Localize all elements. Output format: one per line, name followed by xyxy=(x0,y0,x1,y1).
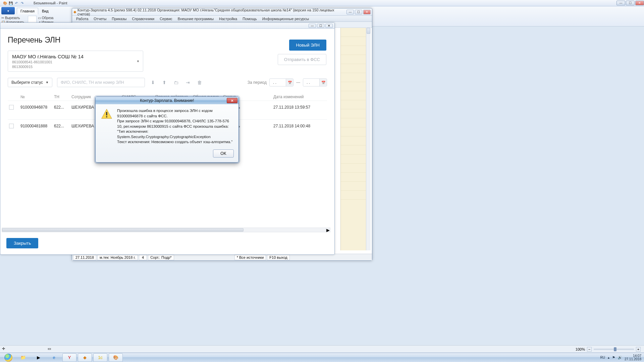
undo-icon[interactable]: ↶ xyxy=(14,1,19,5)
eln-maximize-button[interactable]: ☐ xyxy=(317,24,324,28)
eln-minimize-button[interactable]: — xyxy=(309,24,316,28)
status-sources: * Все источники xyxy=(234,255,266,260)
eln-close-button[interactable]: Закрыть xyxy=(6,238,38,248)
tray-flag-icon[interactable]: ▴ xyxy=(608,356,609,359)
chevron-down-icon: ▼ xyxy=(137,60,140,63)
calendar-icon[interactable]: 📅 xyxy=(319,79,327,86)
cell-tn: 622... xyxy=(54,124,71,134)
taskbar-1c[interactable]: 1c xyxy=(93,353,107,362)
save-icon[interactable]: 💾 xyxy=(8,1,13,5)
kontur-close-button[interactable]: ✕ xyxy=(363,10,371,14)
taskbar-paint[interactable]: 🎨 xyxy=(109,353,123,362)
col-tn[interactable]: ТН xyxy=(54,95,71,99)
eln-titlebar: — ☐ ✕ xyxy=(0,23,334,29)
col-changed[interactable]: Дата изменений xyxy=(273,95,320,99)
kontur-app-icon: ◆ xyxy=(73,10,76,14)
menu-orders[interactable]: Приказы xyxy=(109,16,129,21)
eln-horizontal-scrollbar[interactable]: ▶ xyxy=(2,228,330,232)
cell-no: 910000946878 xyxy=(20,105,54,115)
download-icon[interactable]: ⬇ xyxy=(150,78,156,86)
row-checkbox[interactable] xyxy=(9,124,14,128)
import-icon[interactable]: ⇥ xyxy=(184,78,191,86)
right-scrollbar[interactable] xyxy=(366,28,371,250)
status-sort: Сорт.: Подр* xyxy=(148,255,174,260)
selection-size-icon: ▭ xyxy=(48,347,53,352)
paint-file-button[interactable]: ▾ xyxy=(1,7,15,14)
start-button[interactable] xyxy=(1,353,15,362)
quick-access-toolbar: 🎨 💾 ↶ ↷ xyxy=(3,1,24,5)
menu-work[interactable]: Работа xyxy=(73,16,91,21)
system-tray: RU ▴ ⚑ 🔊 14:07 27.11.2018 xyxy=(600,354,643,361)
scrollbar-thumb[interactable] xyxy=(367,28,370,34)
cell-no: 910000481888 xyxy=(20,124,54,134)
status-f10[interactable]: F10 выход xyxy=(267,255,289,260)
menu-service[interactable]: Сервис xyxy=(157,16,175,21)
chevron-down-icon: ▼ xyxy=(46,81,49,84)
paint-title: Безымянный - Paint xyxy=(34,1,67,5)
paint-minimize-button[interactable]: — xyxy=(616,1,625,5)
dialog-ok-button[interactable]: OK xyxy=(213,149,234,158)
folder-icon[interactable]: 🗀 xyxy=(172,78,180,86)
zoom-out-button[interactable]: − xyxy=(587,347,592,352)
menu-settings[interactable]: Настройка xyxy=(216,16,240,21)
dialog-close-button[interactable]: ✕ xyxy=(227,98,237,103)
eln-close-button-x[interactable]: ✕ xyxy=(325,24,333,28)
menu-reports[interactable]: Отчеты xyxy=(91,16,109,21)
menu-external[interactable]: Внешние программы xyxy=(175,16,216,21)
kontur-titlebar: ◆ Контур-Зарплата 4.5 (релиз 598.4) 02.1… xyxy=(72,8,372,16)
kontur-statusbar: 27.11.2018 м.тек: Ноябрь 2018 г. 4 Сорт.… xyxy=(72,254,372,260)
tray-lang[interactable]: RU xyxy=(600,356,605,359)
taskbar-ie[interactable]: e xyxy=(47,353,61,362)
dialog-titlebar: Контур-Зарплата. Внимание! ✕ xyxy=(96,97,238,104)
taskbar-yandex[interactable]: Y xyxy=(62,353,76,362)
zoom-in-button[interactable]: + xyxy=(636,347,641,352)
taskbar-media[interactable]: ▶ xyxy=(32,353,46,362)
paint-maximize-button[interactable]: ☐ xyxy=(626,1,635,5)
status-date: 27.11.2018 xyxy=(73,255,96,260)
menu-help[interactable]: Помощь xyxy=(240,16,260,21)
zoom-label: 100% xyxy=(576,347,585,351)
search-input[interactable] xyxy=(57,78,145,87)
zoom-slider[interactable] xyxy=(594,349,634,350)
calendar-icon[interactable]: 📅 xyxy=(286,79,293,86)
new-eln-button[interactable]: Новый ЭЛН xyxy=(289,40,326,51)
paint-titlebar: 🎨 💾 ↶ ↷ Безымянный - Paint — ☐ ✕ xyxy=(0,0,644,6)
tray-network-icon[interactable]: ⚑ xyxy=(612,356,615,359)
redo-icon[interactable]: ↷ xyxy=(20,1,24,5)
kontur-maximize-button[interactable]: ☐ xyxy=(355,10,362,14)
tray-clock[interactable]: 14:07 27.11.2018 xyxy=(625,354,641,361)
tray-volume-icon[interactable]: 🔊 xyxy=(618,356,622,359)
send-fss-button: Отправить в ФСС xyxy=(278,54,326,65)
kontur-menubar: Работа Отчеты Приказы Справочники Сервис… xyxy=(72,16,372,22)
organization-dropdown[interactable]: МАОУ МО г.Нягань СОШ № 14 8610008541-861… xyxy=(8,51,143,72)
period-label: За период xyxy=(248,80,267,85)
org-code1: 8610008541-861001001 xyxy=(12,60,133,64)
paint-close-button[interactable]: ✕ xyxy=(635,1,644,5)
paint-statusbar: ✛ ▭ 100% − + xyxy=(0,345,644,353)
delete-icon[interactable]: 🗑 xyxy=(196,78,203,86)
date-from-input[interactable]: . .📅 xyxy=(269,78,293,86)
menu-info[interactable]: Информационные ресурсы xyxy=(260,16,312,21)
paint-tab-main[interactable]: Главная xyxy=(17,8,38,14)
svg-rect-1 xyxy=(106,112,107,115)
date-to-input[interactable]: . .📅 xyxy=(303,78,327,86)
scrollbar-thumb[interactable] xyxy=(2,228,244,232)
scroll-right-arrow[interactable]: ▶ xyxy=(325,228,330,232)
upload-icon[interactable]: ⬆ xyxy=(161,78,168,86)
cell-changed: 27.11.2018 14:00:48 xyxy=(273,124,320,134)
menu-dictionaries[interactable]: Справочники xyxy=(129,16,157,21)
paint-cut[interactable]: ✂ Вырезать xyxy=(1,16,20,20)
org-code2: 8613000915 xyxy=(12,65,133,69)
row-checkbox[interactable] xyxy=(9,105,14,110)
taskbar-kontur[interactable]: ◆ xyxy=(78,353,92,362)
status-select[interactable]: Выберите статус ▼ xyxy=(8,78,52,87)
error-dialog: Контур-Зарплата. Внимание! ✕ Произошла о… xyxy=(95,97,239,163)
kontur-minimize-button[interactable]: — xyxy=(346,10,354,14)
paint-tab-view[interactable]: Вид xyxy=(38,8,52,14)
col-no[interactable]: № xyxy=(20,95,54,99)
taskbar-explorer[interactable]: 📁 xyxy=(16,353,30,362)
org-name: МАОУ МО г.Нягань СОШ № 14 xyxy=(12,54,133,59)
windows-taskbar: 📁 ▶ e Y ◆ 1c 🎨 RU ▴ ⚑ 🔊 14:07 27.11.2018 xyxy=(0,353,644,362)
kontur-title-text: Контур-Зарплата 4.5 (релиз 598.4) 02.11.… xyxy=(77,8,346,16)
paint-crop[interactable]: ▭ Обреза xyxy=(38,16,54,20)
